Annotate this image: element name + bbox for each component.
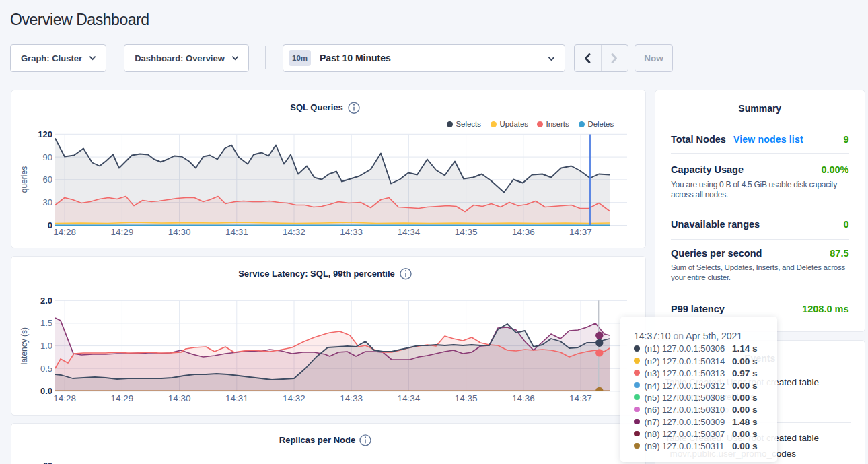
svg-text:Replicas per Node: Replicas per Node <box>279 434 355 444</box>
svg-text:1.5: 1.5 <box>40 318 52 328</box>
svg-text:14:32: 14:32 <box>283 393 305 403</box>
svg-text:SQL Queries: SQL Queries <box>290 102 343 112</box>
svg-text:14:37: 14:37 <box>569 227 592 237</box>
svg-text:14:29: 14:29 <box>111 227 134 237</box>
svg-text:14:32: 14:32 <box>283 227 305 237</box>
svg-text:60: 60 <box>43 461 52 464</box>
svg-text:Selects: Selects <box>456 120 482 128</box>
svg-text:queries: queries <box>20 166 29 192</box>
svg-text:Inserts: Inserts <box>546 120 569 128</box>
svg-text:120: 120 <box>38 129 52 139</box>
svg-text:14:35: 14:35 <box>455 393 478 403</box>
svg-text:60: 60 <box>43 174 52 185</box>
svg-text:14:37: 14:37 <box>569 393 592 403</box>
svg-text:Updates: Updates <box>500 120 529 128</box>
svg-text:14:31: 14:31 <box>225 393 248 403</box>
svg-text:14:36: 14:36 <box>512 227 535 237</box>
svg-text:14:34: 14:34 <box>398 227 421 237</box>
svg-text:Service Latency: SQL, 99th per: Service Latency: SQL, 99th percentile <box>238 269 395 279</box>
svg-text:90: 90 <box>43 152 52 162</box>
svg-text:14:35: 14:35 <box>455 227 478 237</box>
svg-text:0.0: 0.0 <box>40 386 52 396</box>
svg-text:14:34: 14:34 <box>398 393 421 403</box>
svg-text:14:33: 14:33 <box>340 393 363 403</box>
svg-text:14:30: 14:30 <box>168 393 191 403</box>
svg-text:latency (s): latency (s) <box>20 327 29 364</box>
svg-text:2.0: 2.0 <box>40 296 52 306</box>
svg-text:14:28: 14:28 <box>53 227 76 237</box>
svg-text:14:28: 14:28 <box>53 393 76 403</box>
svg-text:30: 30 <box>43 197 52 207</box>
svg-text:Deletes: Deletes <box>588 120 614 128</box>
svg-text:0: 0 <box>48 220 52 230</box>
svg-text:1.0: 1.0 <box>40 341 52 351</box>
svg-text:14:31: 14:31 <box>225 227 248 237</box>
svg-text:0.5: 0.5 <box>40 364 52 374</box>
svg-text:14:29: 14:29 <box>111 393 134 403</box>
svg-text:14:36: 14:36 <box>512 393 535 403</box>
svg-text:14:30: 14:30 <box>168 227 191 237</box>
svg-text:14:33: 14:33 <box>340 227 363 237</box>
